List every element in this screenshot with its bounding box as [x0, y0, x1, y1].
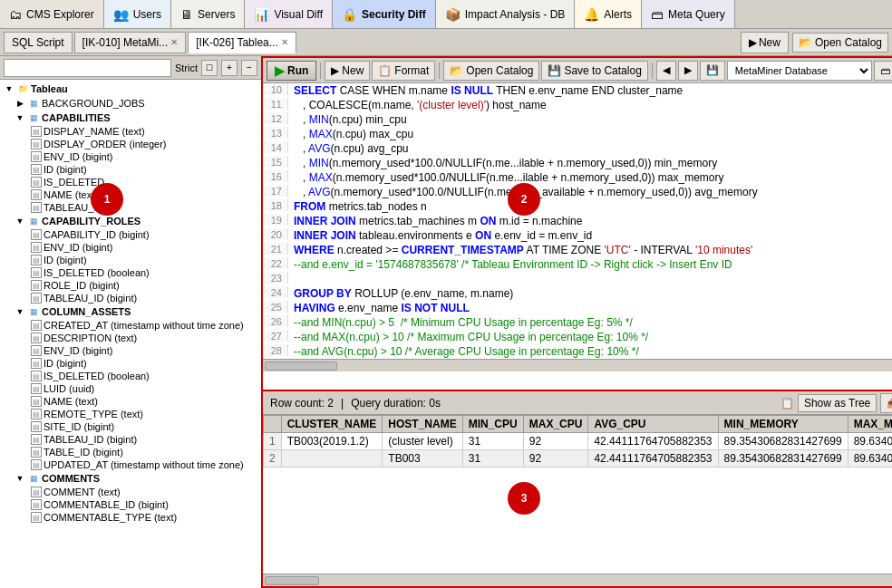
- colassets-toggle[interactable]: ▼: [15, 306, 25, 317]
- close-ik010-icon[interactable]: ✕: [170, 37, 178, 47]
- line-code-10[interactable]: SELECT CASE WHEN m.name IS NULL THEN e.e…: [288, 83, 683, 97]
- tree-col-luid[interactable]: ▤LUID (uuid): [0, 382, 261, 395]
- tree-col-site-id[interactable]: ▤SITE_ID (bigint): [0, 420, 261, 433]
- tree-col-env-id-2[interactable]: ▤ENV_ID (bigint): [0, 241, 261, 254]
- header-max-memory[interactable]: MAX_MEMORY: [848, 416, 892, 433]
- tree-group-capability-roles[interactable]: ▼ ▦ CAPABILITY_ROLES: [0, 214, 261, 228]
- tree-col-id-1[interactable]: ▤ID (bigint): [0, 163, 261, 176]
- line-code-28[interactable]: --and AVG(n.cpu) > 10 /* Average CPU Usa…: [288, 344, 639, 358]
- tab-cms-explorer[interactable]: 🗂 CMS Explorer: [0, 0, 104, 28]
- line-code-24[interactable]: GROUP BY ROLLUP (e.env_name, m.name): [288, 286, 513, 300]
- tree-col-description[interactable]: ▤DESCRIPTION (text): [0, 332, 261, 344]
- tree-col-role-id[interactable]: ▤ROLE_ID (bigint): [0, 279, 261, 292]
- tree-area[interactable]: ▼ 📁 Tableau ▶ ▦ BACKGROUND_JOBS ▼ ▦ CAPA…: [0, 80, 261, 588]
- line-code-27[interactable]: --and MAX(n.cpu) > 10 /* Maximum CPU Usa…: [288, 330, 648, 343]
- run-button[interactable]: ▶ Run: [267, 61, 316, 81]
- tree-col-updated-at[interactable]: ▤UPDATED_AT (timestamp without time zone…: [0, 458, 261, 471]
- tree-col-tableau-3[interactable]: ▤TABLEAU_ID (bigint): [0, 433, 261, 446]
- tree-item-background-jobs[interactable]: ▶ ▦ BACKGROUND_JOBS: [0, 96, 261, 111]
- editor-scrollbar-h[interactable]: [263, 359, 892, 371]
- line-code-20[interactable]: INNER JOIN tableau.environments e ON e.e…: [288, 228, 592, 242]
- tab-sql-script[interactable]: SQL Script: [4, 32, 73, 53]
- arrow-right-button[interactable]: ▶: [678, 61, 698, 81]
- tab-security-diff[interactable]: 🔒 Security Diff: [333, 0, 436, 28]
- tree-col-display-name[interactable]: ▤DISPLAY_NAME (text): [0, 125, 261, 138]
- tab-alerts[interactable]: 🔔 Alerts: [575, 0, 642, 28]
- line-code-22[interactable]: --and e.env_id = '1574687835678' /* Tabl…: [288, 257, 732, 271]
- header-avg-cpu[interactable]: AVG_CPU: [588, 416, 718, 433]
- tree-col-is-deleted-3[interactable]: ▤IS_DELETED (boolean): [0, 370, 261, 382]
- search-input[interactable]: [4, 59, 171, 77]
- bgjobs-toggle[interactable]: ▶: [15, 98, 25, 109]
- tab-ik026[interactable]: [IK-026] Tablea... ✕: [188, 32, 296, 53]
- save-to-catalog-button[interactable]: 💾 Save to Catalog: [541, 61, 647, 81]
- tree-col-comment[interactable]: ▤COMMENT (text): [0, 486, 261, 498]
- tree-col-is-deleted-1[interactable]: ▤IS_DELETED: [0, 176, 261, 188]
- db-expand-icon[interactable]: 🗃: [874, 61, 892, 81]
- line-code-21[interactable]: WHERE n.created >= CURRENT_TIMESTAMP AT …: [288, 243, 752, 256]
- header-min-memory[interactable]: MIN_MEMORY: [718, 416, 848, 433]
- line-code-14[interactable]: , AVG(n.cpu) avg_cpu: [288, 141, 409, 155]
- header-min-cpu[interactable]: MIN_CPU: [462, 416, 523, 433]
- database-selector[interactable]: MetaMiner Database: [727, 61, 872, 81]
- line-code-11[interactable]: , COALESCE(m.name, '(cluster level)') ho…: [288, 98, 547, 111]
- tree-col-table-id[interactable]: ▤TABLE_ID (bigint): [0, 446, 261, 458]
- tab-visual-diff[interactable]: 📊 Visual Diff: [245, 0, 333, 28]
- tree-root[interactable]: ▼ 📁 Tableau: [0, 82, 261, 96]
- line-code-16[interactable]: , MAX(n.memory_used*100.0/NULLIF(n.me...…: [288, 170, 724, 184]
- tree-col-is-deleted-2[interactable]: ▤IS_DELETED (boolean): [0, 266, 261, 279]
- tree-group-comments[interactable]: ▼ ▦ COMMENTS: [0, 471, 261, 486]
- tree-col-cap-id[interactable]: ▤CAPABILITY_ID (bigint): [0, 228, 261, 241]
- tab-ik010[interactable]: [IK-010] MetaMi... ✕: [74, 32, 187, 53]
- line-code-12[interactable]: , MIN(n.cpu) min_cpu: [288, 112, 407, 126]
- save-button[interactable]: 💾: [700, 61, 725, 81]
- toggle-strict-checkbox[interactable]: ☐: [201, 60, 218, 76]
- tree-group-column-assets[interactable]: ▼ ▦ COLUMN_ASSETS: [0, 304, 261, 319]
- open-catalog-tab-button[interactable]: 📂 Open Catalog: [792, 33, 888, 53]
- tree-col-remote-type[interactable]: ▤REMOTE_TYPE (text): [0, 408, 261, 420]
- new-sql-button[interactable]: ▶ New: [325, 61, 370, 81]
- sql-editor[interactable]: 10 SELECT CASE WHEN m.name IS NULL THEN …: [263, 83, 892, 391]
- line-code-18[interactable]: FROM metrics.tab_nodes n: [288, 199, 427, 213]
- format-button[interactable]: 📋 Format: [372, 61, 435, 81]
- header-host-name[interactable]: HOST_NAME: [383, 416, 462, 433]
- line-code-23[interactable]: [288, 272, 294, 273]
- line-code-19[interactable]: INNER JOIN metrics.tab_machines m ON m.i…: [288, 214, 582, 227]
- tree-col-display-order[interactable]: ▤DISPLAY_ORDER (integer): [0, 138, 261, 150]
- line-code-15[interactable]: , MIN(n.memory_used*100.0/NULLIF(n.me...…: [288, 156, 717, 169]
- collapse-all-button[interactable]: −: [241, 60, 257, 76]
- header-max-cpu[interactable]: MAX_CPU: [523, 416, 588, 433]
- caproles-toggle[interactable]: ▼: [15, 216, 25, 227]
- root-toggle[interactable]: ▼: [4, 83, 15, 94]
- new-tab-button[interactable]: ▶ New: [741, 32, 789, 53]
- arrow-left-button[interactable]: ◀: [656, 61, 676, 81]
- tree-col-env-id-1[interactable]: ▤ENV_ID (bigint): [0, 150, 261, 163]
- tab-meta-query[interactable]: 🗃 Meta Query: [642, 0, 735, 28]
- tree-col-id-2[interactable]: ▤ID (bigint): [0, 254, 261, 266]
- close-ik026-icon[interactable]: ✕: [281, 37, 288, 47]
- export-button[interactable]: 📤: [880, 393, 892, 413]
- results-table-wrapper[interactable]: CLUSTER_NAME HOST_NAME MIN_CPU MAX_CPU A…: [263, 415, 892, 574]
- tree-col-name-2[interactable]: ▤NAME (text): [0, 395, 261, 408]
- tab-impact-analysis[interactable]: 📦 Impact Analysis - DB: [436, 0, 576, 28]
- tree-col-id-3[interactable]: ▤ID (bigint): [0, 357, 261, 370]
- header-cluster-name[interactable]: CLUSTER_NAME: [281, 416, 383, 433]
- tree-col-tableau-1[interactable]: ▤TABLEAU_I...: [0, 201, 261, 214]
- line-code-13[interactable]: , MAX(n.cpu) max_cpu: [288, 127, 413, 140]
- tree-col-env-id-3[interactable]: ▤ENV_ID (bigint): [0, 344, 261, 357]
- comments-toggle[interactable]: ▼: [15, 473, 25, 484]
- expand-all-button[interactable]: +: [221, 60, 238, 76]
- line-code-26[interactable]: --and MIN(n.cpu) > 5 /* Minimum CPU Usag…: [288, 315, 633, 329]
- results-scrollbar-h[interactable]: [263, 574, 892, 586]
- tab-users[interactable]: 👥 Users: [104, 0, 171, 28]
- cap-toggle[interactable]: ▼: [15, 112, 25, 123]
- open-catalog-button[interactable]: 📂 Open Catalog: [443, 61, 539, 81]
- tree-col-tableau-2[interactable]: ▤TABLEAU_ID (bigint): [0, 292, 261, 304]
- tab-servers[interactable]: 🖥 Servers: [171, 0, 245, 28]
- tree-col-name-1[interactable]: ▤NAME (tex...: [0, 188, 261, 201]
- show-as-tree-button[interactable]: Show as Tree: [798, 394, 877, 412]
- tree-group-capabilities[interactable]: ▼ ▦ CAPABILITIES: [0, 111, 261, 125]
- tree-col-commentable-type[interactable]: ▤COMMENTABLE_TYPE (text): [0, 511, 261, 524]
- line-code-25[interactable]: HAVING e.env_name IS NOT NULL: [288, 301, 470, 314]
- tree-col-commentable-id[interactable]: ▤COMMENTABLE_ID (bigint): [0, 498, 261, 511]
